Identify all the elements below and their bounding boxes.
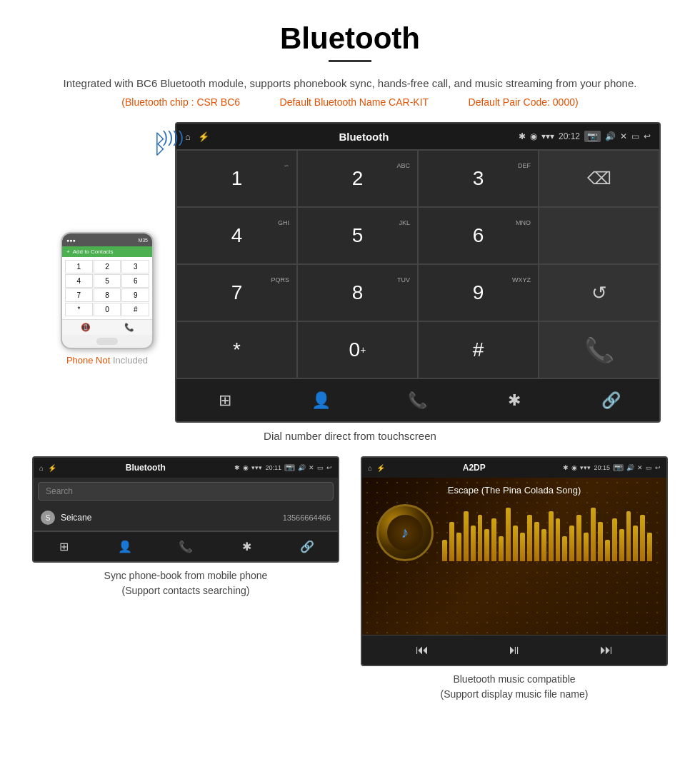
phone-key-1[interactable]: 1 [65, 260, 93, 273]
phone-numpad: 1 2 3 4 5 6 7 8 9 * 0 # [62, 257, 152, 319]
music-status-bar: ⌂ ⚡ A2DP ✱ ◉ ▾▾▾ 20:15 📷 🔊 ✕ ▭ ↩ [362, 458, 666, 478]
next-track-button[interactable]: ⏭ [600, 643, 613, 658]
phone-key-7[interactable]: 7 [65, 288, 93, 302]
pb-nav-contacts[interactable]: 👤 [94, 532, 155, 561]
dialer-key-8[interactable]: 8TUV [297, 264, 418, 321]
dialer-reload[interactable]: ↺ [539, 264, 659, 321]
ms-status-right: ✱ ◉ ▾▾▾ 20:15 📷 🔊 ✕ ▭ ↩ [563, 464, 661, 471]
dialer-key-3[interactable]: 3DEF [418, 150, 539, 207]
bottom-row: ⌂ ⚡ Bluetooth ✱ ◉ ▾▾▾ 20:11 📷 🔊 ✕ ▭ ↩ Se… [0, 456, 700, 702]
dialer-key-4[interactable]: 4GHI [176, 207, 297, 264]
ms-volume-icon[interactable]: 🔊 [626, 464, 634, 471]
dialer-backspace[interactable]: ⌫ [539, 150, 659, 207]
pb-window-icon[interactable]: ▭ [317, 464, 324, 471]
nav-phone-button[interactable]: 📞 [369, 379, 466, 421]
nav-bluetooth-button[interactable]: ✱ [466, 379, 563, 421]
pb-back-icon[interactable]: ↩ [326, 464, 332, 471]
nav-grid-button[interactable]: ⊞ [176, 379, 273, 421]
phone-home-button[interactable] [96, 338, 118, 345]
phonebook-status-bar: ⌂ ⚡ Bluetooth ✱ ◉ ▾▾▾ 20:11 📷 🔊 ✕ ▭ ↩ [34, 458, 338, 478]
eq-bar [534, 522, 539, 561]
eq-bar [527, 515, 532, 561]
dialer-key-star[interactable]: * [176, 321, 297, 378]
phone-key-8[interactable]: 8 [94, 288, 121, 302]
phone-key-6[interactable]: 6 [121, 274, 149, 288]
pb-clock: 20:11 [265, 464, 281, 471]
ms-camera-icon[interactable]: 📷 [613, 464, 624, 471]
dialer-key-2[interactable]: 2ABC [297, 150, 418, 207]
bluetooth-icon-wrap: ᛒ )))) [152, 129, 168, 159]
eq-bar [556, 518, 561, 561]
phone-key-4[interactable]: 4 [65, 274, 93, 288]
subtitle: Integrated with BC6 Bluetooth module, su… [0, 75, 700, 92]
eq-bar [464, 511, 469, 561]
phone-key-5[interactable]: 5 [94, 274, 121, 288]
signal-icon: ▾▾▾ [541, 131, 554, 141]
dialer-key-9[interactable]: 9WXYZ [418, 264, 539, 321]
music-caption-line1: Bluetooth music compatible [453, 673, 575, 685]
pb-nav-link[interactable]: 🔗 [277, 532, 338, 561]
home-icon[interactable]: ⌂ [185, 131, 191, 142]
pb-camera-icon[interactable]: 📷 [284, 464, 295, 471]
phone-key-0[interactable]: 0 [94, 303, 121, 316]
music-controls: ⏮ ⏯ ⏭ [362, 635, 666, 665]
eq-bar [456, 533, 461, 561]
car-dialer-screen: ⌂ ⚡ Bluetooth ✱ ◉ ▾▾▾ 20:12 📷 🔊 ✕ ▭ ↩ 1∽… [175, 122, 661, 423]
dialer-key-0[interactable]: 0+ [297, 321, 418, 378]
play-pause-button[interactable]: ⏯ [508, 643, 521, 658]
music-bg: Escape (The Pina Colada Song) ♪ ᛒ [362, 478, 666, 635]
phone-call-icon: 📞 [124, 323, 134, 332]
phonebook-search-bar[interactable]: Search [38, 482, 334, 501]
contact-avatar: S [41, 511, 55, 525]
ms-home-icon[interactable]: ⌂ [368, 464, 372, 472]
ms-signal-icon: ▾▾▾ [580, 464, 591, 471]
ms-window-icon[interactable]: ▭ [646, 464, 652, 471]
eq-bar [640, 515, 645, 561]
eq-bar [562, 536, 567, 561]
close-icon[interactable]: ✕ [620, 131, 627, 141]
dialer-key-7[interactable]: 7PQRS [176, 264, 297, 321]
pb-volume-icon[interactable]: 🔊 [298, 464, 306, 471]
music-caption: Bluetooth music compatible (Support disp… [441, 672, 589, 702]
music-equalizer [442, 504, 659, 561]
phone-key-star[interactable]: * [65, 303, 93, 316]
prev-track-button[interactable]: ⏮ [416, 643, 429, 658]
dialer-key-1[interactable]: 1∽ [176, 150, 297, 207]
dialer-call-button[interactable]: 📞 [539, 321, 659, 378]
dialer-key-6[interactable]: 6MNO [418, 207, 539, 264]
pb-close-icon[interactable]: ✕ [309, 464, 314, 471]
car-nav-bar: ⊞ 👤 📞 ✱ 🔗 [176, 378, 659, 421]
pb-nav-phone[interactable]: 📞 [155, 532, 216, 561]
phone-key-3[interactable]: 3 [121, 260, 149, 273]
volume-icon[interactable]: 🔊 [605, 131, 616, 141]
back-icon[interactable]: ↩ [644, 131, 651, 141]
dialer-key-5[interactable]: 5JKL [297, 207, 418, 264]
window-icon[interactable]: ▭ [631, 131, 639, 141]
dialer-key-hash[interactable]: # [418, 321, 539, 378]
pb-nav-bluetooth[interactable]: ✱ [216, 532, 277, 561]
eq-bar [576, 515, 581, 561]
phone-body: ●●● M35 + Add to Contacts 1 2 3 4 5 6 7 … [61, 232, 154, 349]
page-title: Bluetooth [0, 21, 700, 56]
camera-icon[interactable]: 📷 [584, 131, 601, 142]
phone-key-hash[interactable]: # [121, 303, 149, 316]
eq-bar [471, 526, 476, 561]
phone-key-2[interactable]: 2 [94, 260, 121, 273]
eq-bar [442, 540, 447, 561]
nav-link-button[interactable]: 🔗 [563, 379, 659, 421]
contact-row[interactable]: S Seicane 13566664466 [34, 505, 338, 531]
phone-not-included-label: Phone Not Included [66, 355, 148, 366]
eq-bar [605, 540, 610, 561]
ms-status-center: A2DP [463, 463, 486, 473]
phone-top-bar: ●●● M35 [62, 233, 152, 246]
ms-back-icon[interactable]: ↩ [655, 464, 661, 471]
pb-home-icon[interactable]: ⌂ [39, 464, 44, 472]
eq-bar [541, 529, 546, 561]
eq-bar [633, 526, 638, 561]
pb-nav-grid[interactable]: ⊞ [34, 532, 94, 561]
eq-bar [499, 536, 504, 561]
nav-contacts-button[interactable]: 👤 [273, 379, 369, 421]
eq-bar [513, 526, 518, 561]
ms-close-icon[interactable]: ✕ [637, 464, 643, 471]
phone-key-9[interactable]: 9 [121, 288, 149, 302]
